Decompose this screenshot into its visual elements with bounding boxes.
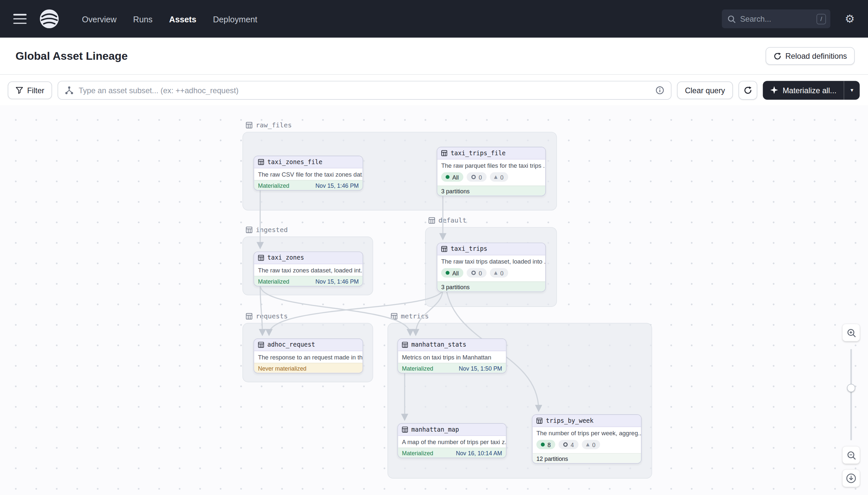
status-timestamp[interactable]: Nov 15, 1:46 PM	[316, 182, 359, 188]
partition-health-badges: All 0 ▲0	[437, 267, 545, 281]
asset-node-taxi-zones[interactable]: taxi_zones The raw taxi zones dataset, l…	[253, 252, 363, 286]
asset-node-header: taxi_zones_file	[254, 156, 363, 168]
materialize-all-split-button: Materialize all... ▾	[763, 81, 860, 100]
reload-definitions-label: Reload definitions	[785, 52, 847, 61]
table-icon	[258, 159, 264, 165]
asset-description: The response to an request made in th...	[254, 351, 363, 363]
asset-name: trips_by_week	[546, 417, 594, 424]
asset-node-header: taxi_trips	[437, 243, 545, 255]
asset-name: taxi_zones_file	[267, 158, 322, 166]
nav-item-deployment[interactable]: Deployment	[213, 14, 257, 24]
page-title: Global Asset Lineage	[15, 50, 128, 62]
menu-icon[interactable]	[14, 14, 27, 24]
partition-health-badges: 8 4 ▲0	[532, 439, 641, 453]
materialized-partitions-badge[interactable]: 8	[536, 440, 555, 449]
asset-node-header: taxi_trips_file	[437, 148, 545, 159]
nav-item-assets[interactable]: Assets	[169, 14, 196, 24]
table-icon	[258, 255, 264, 261]
lineage-toolbar: Filter Clear query Materialize all	[0, 75, 868, 105]
nav-item-overview[interactable]: Overview	[82, 14, 117, 24]
global-search[interactable]: /	[722, 10, 831, 28]
partitions-count: 3 partitions	[441, 283, 470, 290]
download-image-button[interactable]	[843, 470, 860, 487]
table-icon	[441, 150, 447, 156]
status-timestamp[interactable]: Nov 15, 1:46 PM	[316, 278, 359, 284]
refresh-button[interactable]	[739, 81, 757, 100]
missing-circle-icon	[563, 442, 568, 447]
asset-node-taxi-trips-file[interactable]: taxi_trips_file The raw parquet files fo…	[437, 147, 546, 196]
asset-node-header: taxi_zones	[254, 252, 363, 264]
missing-circle-icon	[471, 175, 476, 180]
asset-node-header: adhoc_request	[254, 339, 363, 351]
zoom-out-button[interactable]	[843, 446, 860, 463]
refresh-icon	[743, 86, 752, 95]
asset-node-header: manhattan_map	[398, 424, 506, 436]
table-icon	[402, 426, 408, 433]
asset-status-row: Materialized Nov 15, 1:50 PM	[398, 363, 506, 373]
asset-name: manhattan_stats	[411, 341, 466, 348]
clear-query-button[interactable]: Clear query	[677, 81, 732, 99]
asset-description: The raw parquet files for the taxi trips…	[437, 159, 545, 171]
partitions-count-row: 3 partitions	[437, 186, 545, 195]
materialized-dot-icon	[445, 175, 449, 179]
asset-node-manhattan-map[interactable]: manhattan_map A map of the number of tri…	[397, 423, 507, 458]
info-icon[interactable]	[656, 86, 665, 95]
status-timestamp[interactable]: Nov 16, 10:14 AM	[456, 449, 502, 456]
search-input[interactable]	[740, 14, 812, 23]
asset-name: adhoc_request	[267, 341, 315, 348]
partitions-count-row: 12 partitions	[532, 453, 641, 463]
warning-triangle-icon: ▲	[586, 442, 589, 447]
failed-partitions-badge[interactable]: ▲0	[582, 440, 600, 449]
status-badge: Materialized	[258, 182, 289, 188]
asset-node-header: manhattan_stats	[398, 339, 506, 351]
asset-node-trips-by-week[interactable]: trips_by_week The number of trips per we…	[532, 414, 642, 463]
asset-node-manhattan-stats[interactable]: manhattan_stats Metrics on taxi trips in…	[397, 338, 507, 373]
missing-partitions-badge[interactable]: 0	[466, 172, 486, 182]
table-icon	[441, 246, 447, 252]
filter-button[interactable]: Filter	[8, 81, 52, 99]
materialized-dot-icon	[541, 443, 545, 446]
asset-description: The raw taxi trips dataset, loaded into …	[437, 255, 545, 267]
missing-partitions-badge[interactable]: 0	[466, 268, 486, 278]
materialize-all-button[interactable]: Materialize all...	[763, 81, 844, 100]
page-header: Global Asset Lineage Reload definitions	[0, 38, 868, 75]
caret-down-icon: ▾	[851, 87, 853, 93]
top-nav: Overview Runs Assets Deployment / ⚙	[0, 0, 868, 38]
asset-node-taxi-zones-file[interactable]: taxi_zones_file The raw CSV file for the…	[253, 156, 363, 190]
failed-partitions-badge[interactable]: ▲0	[490, 172, 508, 182]
materialize-options-button[interactable]: ▾	[844, 81, 860, 100]
reload-definitions-button[interactable]: Reload definitions	[765, 47, 854, 65]
zoom-out-icon	[846, 450, 856, 460]
asset-subset-query[interactable]	[58, 81, 672, 100]
lineage-graph-canvas[interactable]: raw_files ingested default requests metr…	[0, 105, 868, 495]
asset-graph-icon	[65, 86, 74, 95]
asset-subset-input[interactable]	[79, 86, 651, 95]
asset-node-header: trips_by_week	[532, 415, 641, 427]
asset-description: The number of trips per week, aggreg...	[532, 427, 641, 439]
failed-partitions-badge[interactable]: ▲0	[490, 268, 508, 278]
zoom-in-button[interactable]	[843, 324, 860, 341]
search-icon	[727, 15, 736, 23]
dagster-logo-icon[interactable]	[39, 8, 60, 29]
partitions-count: 3 partitions	[441, 187, 470, 194]
materialized-partitions-badge[interactable]: All	[441, 172, 463, 182]
table-icon	[258, 342, 264, 348]
zoom-slider-track[interactable]	[850, 349, 852, 440]
asset-name: taxi_zones	[267, 254, 304, 262]
settings-gear-icon[interactable]: ⚙	[845, 14, 854, 24]
materialized-partitions-badge[interactable]: All	[441, 268, 463, 278]
nav-item-runs[interactable]: Runs	[133, 14, 153, 24]
warning-triangle-icon: ▲	[494, 175, 497, 179]
main-nav: Overview Runs Assets Deployment	[82, 14, 258, 24]
status-timestamp[interactable]: Nov 15, 1:50 PM	[459, 365, 502, 371]
zoom-slider-handle[interactable]	[847, 384, 855, 392]
status-badge: Materialized	[258, 278, 289, 284]
status-badge: Materialized	[402, 365, 433, 371]
asset-status-row: Materialized Nov 16, 10:14 AM	[398, 448, 506, 458]
asset-name: taxi_trips	[451, 245, 488, 253]
asset-node-adhoc-request[interactable]: adhoc_request The response to an request…	[253, 338, 363, 373]
missing-partitions-badge[interactable]: 4	[558, 440, 578, 449]
search-shortcut-hint: /	[816, 14, 826, 24]
table-icon	[402, 342, 408, 348]
asset-node-taxi-trips[interactable]: taxi_trips The raw taxi trips dataset, l…	[437, 243, 546, 292]
